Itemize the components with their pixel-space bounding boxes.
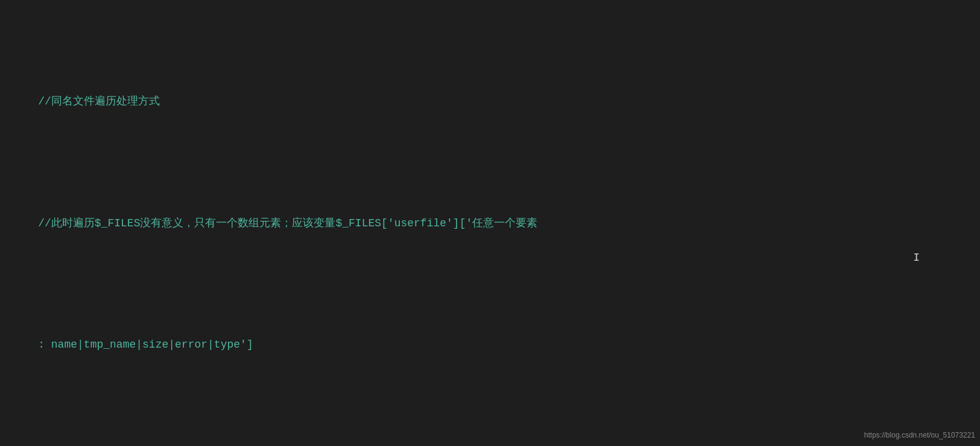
code-editor: //同名文件遍历处理方式 //此时遍历$_FILES没有意义，只有一个数组元素；… xyxy=(0,0,980,446)
code-line-1: //同名文件遍历处理方式 xyxy=(12,75,968,127)
code-line-4: //判断元素存在而且是数组：name有代表是文件，name元素有多个（数组）代表… xyxy=(12,441,968,446)
comment-text: //此时遍历$_FILES没有意义，只有一个数组元素；应该变量$_FILES['… xyxy=(38,217,537,229)
watermark: https://blog.csdn.net/ou_51073221 xyxy=(864,430,975,441)
comment-text: //同名文件遍历处理方式 xyxy=(38,95,160,107)
text-cursor: I xyxy=(913,249,920,267)
code-line-3: : name|tmp_name|size|error|type'] xyxy=(12,319,968,371)
comment-text: : name|tmp_name|size|error|type'] xyxy=(38,339,253,351)
code-line-2: //此时遍历$_FILES没有意义，只有一个数组元素；应该变量$_FILES['… xyxy=(12,197,968,249)
